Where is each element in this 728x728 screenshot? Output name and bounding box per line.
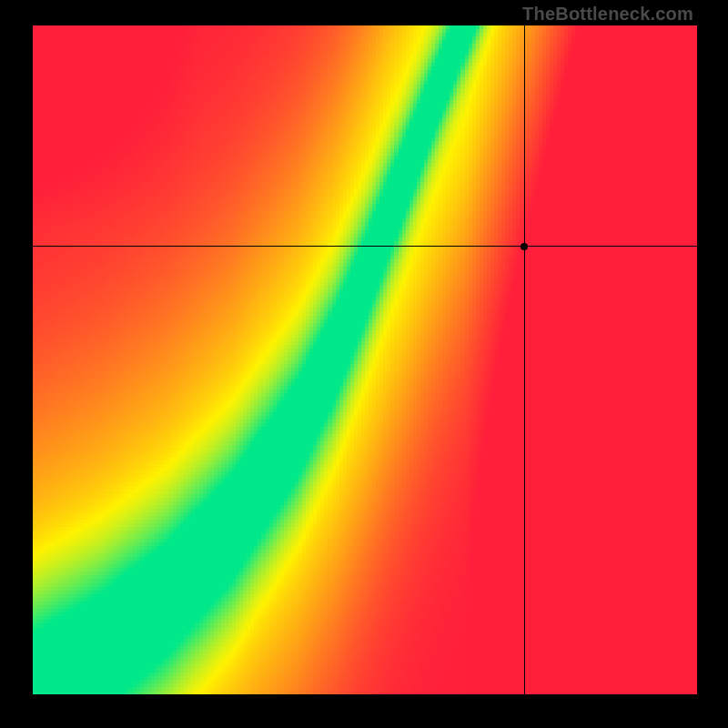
crosshair-vertical bbox=[524, 25, 525, 694]
marker-point bbox=[521, 243, 528, 250]
heatmap-canvas bbox=[33, 25, 697, 694]
source-attribution: TheBottleneck.com bbox=[522, 4, 693, 25]
chart-stage: TheBottleneck.com bbox=[0, 0, 728, 728]
crosshair-horizontal bbox=[33, 246, 697, 247]
